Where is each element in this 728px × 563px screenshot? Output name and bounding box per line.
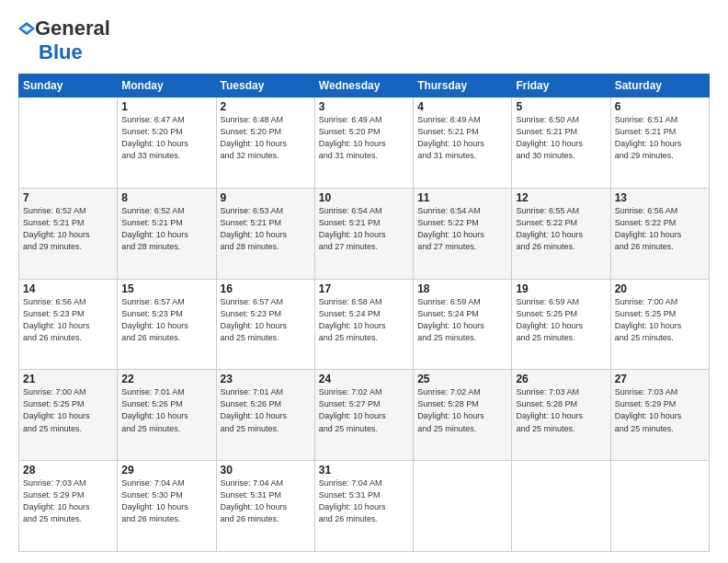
- day-detail: Sunrise: 6:57 AM Sunset: 5:23 PM Dayligh…: [121, 296, 211, 344]
- calendar-week-row: 14Sunrise: 6:56 AM Sunset: 5:23 PM Dayli…: [19, 279, 710, 370]
- calendar-cell: 6Sunrise: 6:51 AM Sunset: 5:21 PM Daylig…: [610, 98, 709, 189]
- day-detail: Sunrise: 7:04 AM Sunset: 5:31 PM Dayligh…: [319, 477, 409, 525]
- day-number: 13: [615, 191, 705, 204]
- calendar-cell: 2Sunrise: 6:48 AM Sunset: 5:20 PM Daylig…: [216, 98, 314, 189]
- day-number: 5: [516, 100, 606, 113]
- weekday-header-cell: Thursday: [414, 75, 512, 98]
- calendar-cell: 24Sunrise: 7:02 AM Sunset: 5:27 PM Dayli…: [314, 370, 413, 461]
- calendar-cell: 30Sunrise: 7:04 AM Sunset: 5:31 PM Dayli…: [216, 461, 314, 552]
- day-number: 27: [615, 373, 705, 385]
- weekday-header-row: SundayMondayTuesdayWednesdayThursdayFrid…: [19, 75, 710, 98]
- day-number: 4: [417, 100, 507, 113]
- logo-blue-text: Blue: [39, 40, 83, 64]
- day-number: 2: [221, 100, 311, 113]
- day-detail: Sunrise: 6:56 AM Sunset: 5:22 PM Dayligh…: [615, 205, 705, 253]
- calendar-cell: 13Sunrise: 6:56 AM Sunset: 5:22 PM Dayli…: [610, 188, 709, 279]
- day-number: 14: [23, 282, 113, 295]
- day-detail: Sunrise: 6:50 AM Sunset: 5:21 PM Dayligh…: [516, 114, 606, 162]
- page: General Blue SundayMondayTuesdayWednesda…: [0, 0, 728, 563]
- day-number: 1: [121, 100, 211, 113]
- day-detail: Sunrise: 6:56 AM Sunset: 5:23 PM Dayligh…: [23, 296, 113, 344]
- day-detail: Sunrise: 7:00 AM Sunset: 5:25 PM Dayligh…: [23, 386, 113, 434]
- calendar-cell: 8Sunrise: 6:52 AM Sunset: 5:21 PM Daylig…: [118, 188, 216, 279]
- day-detail: Sunrise: 6:59 AM Sunset: 5:25 PM Dayligh…: [516, 296, 606, 344]
- calendar-cell: 21Sunrise: 7:00 AM Sunset: 5:25 PM Dayli…: [19, 370, 118, 461]
- day-detail: Sunrise: 6:49 AM Sunset: 5:20 PM Dayligh…: [319, 114, 409, 162]
- calendar-cell: 10Sunrise: 6:54 AM Sunset: 5:21 PM Dayli…: [314, 188, 413, 279]
- weekday-header-cell: Saturday: [610, 75, 709, 98]
- day-number: 10: [319, 191, 409, 204]
- day-detail: Sunrise: 7:01 AM Sunset: 5:26 PM Dayligh…: [221, 386, 311, 434]
- weekday-header-cell: Tuesday: [216, 75, 314, 98]
- calendar-cell: [414, 461, 512, 552]
- calendar-cell: 14Sunrise: 6:56 AM Sunset: 5:23 PM Dayli…: [19, 279, 118, 370]
- header: General Blue: [18, 17, 710, 64]
- day-detail: Sunrise: 6:58 AM Sunset: 5:24 PM Dayligh…: [319, 296, 409, 344]
- calendar-body: 1Sunrise: 6:47 AM Sunset: 5:20 PM Daylig…: [19, 98, 710, 552]
- calendar-cell: 4Sunrise: 6:49 AM Sunset: 5:21 PM Daylig…: [414, 98, 512, 189]
- calendar-cell: 12Sunrise: 6:55 AM Sunset: 5:22 PM Dayli…: [512, 188, 610, 279]
- calendar-cell: [19, 98, 118, 189]
- day-number: 20: [615, 282, 705, 295]
- logo: General Blue: [18, 17, 110, 64]
- day-detail: Sunrise: 6:59 AM Sunset: 5:24 PM Dayligh…: [417, 296, 507, 344]
- day-number: 16: [221, 282, 311, 295]
- day-detail: Sunrise: 7:02 AM Sunset: 5:28 PM Dayligh…: [417, 386, 507, 434]
- day-detail: Sunrise: 6:54 AM Sunset: 5:22 PM Dayligh…: [417, 205, 507, 253]
- day-detail: Sunrise: 6:49 AM Sunset: 5:21 PM Dayligh…: [417, 114, 507, 162]
- day-detail: Sunrise: 7:04 AM Sunset: 5:30 PM Dayligh…: [121, 477, 211, 525]
- day-number: 3: [319, 100, 409, 113]
- calendar-week-row: 1Sunrise: 6:47 AM Sunset: 5:20 PM Daylig…: [19, 98, 710, 189]
- day-detail: Sunrise: 6:47 AM Sunset: 5:20 PM Dayligh…: [121, 114, 211, 162]
- calendar: SundayMondayTuesdayWednesdayThursdayFrid…: [18, 74, 710, 552]
- day-detail: Sunrise: 6:57 AM Sunset: 5:23 PM Dayligh…: [221, 296, 311, 344]
- day-number: 28: [23, 464, 113, 477]
- day-detail: Sunrise: 7:03 AM Sunset: 5:29 PM Dayligh…: [615, 386, 705, 434]
- calendar-cell: 28Sunrise: 7:03 AM Sunset: 5:29 PM Dayli…: [19, 461, 118, 552]
- day-number: 29: [121, 464, 211, 477]
- day-number: 23: [221, 373, 311, 385]
- day-number: 30: [221, 464, 311, 477]
- day-detail: Sunrise: 6:48 AM Sunset: 5:20 PM Dayligh…: [221, 114, 311, 162]
- calendar-cell: 27Sunrise: 7:03 AM Sunset: 5:29 PM Dayli…: [610, 370, 709, 461]
- day-detail: Sunrise: 6:52 AM Sunset: 5:21 PM Dayligh…: [23, 205, 113, 253]
- calendar-week-row: 7Sunrise: 6:52 AM Sunset: 5:21 PM Daylig…: [19, 188, 710, 279]
- calendar-cell: 16Sunrise: 6:57 AM Sunset: 5:23 PM Dayli…: [216, 279, 314, 370]
- calendar-cell: 18Sunrise: 6:59 AM Sunset: 5:24 PM Dayli…: [414, 279, 512, 370]
- day-number: 25: [417, 373, 507, 385]
- weekday-header-cell: Wednesday: [314, 75, 413, 98]
- weekday-header-cell: Monday: [118, 75, 216, 98]
- day-detail: Sunrise: 7:01 AM Sunset: 5:26 PM Dayligh…: [121, 386, 211, 434]
- day-detail: Sunrise: 6:52 AM Sunset: 5:21 PM Dayligh…: [121, 205, 211, 253]
- day-detail: Sunrise: 6:51 AM Sunset: 5:21 PM Dayligh…: [615, 114, 705, 162]
- calendar-cell: 22Sunrise: 7:01 AM Sunset: 5:26 PM Dayli…: [118, 370, 216, 461]
- day-number: 7: [23, 191, 113, 204]
- day-number: 19: [516, 282, 606, 295]
- calendar-week-row: 28Sunrise: 7:03 AM Sunset: 5:29 PM Dayli…: [19, 461, 710, 552]
- day-number: 18: [417, 282, 507, 295]
- calendar-cell: 29Sunrise: 7:04 AM Sunset: 5:30 PM Dayli…: [118, 461, 216, 552]
- day-number: 26: [516, 373, 606, 385]
- calendar-cell: 11Sunrise: 6:54 AM Sunset: 5:22 PM Dayli…: [414, 188, 512, 279]
- day-detail: Sunrise: 7:04 AM Sunset: 5:31 PM Dayligh…: [221, 477, 311, 525]
- day-number: 15: [121, 282, 211, 295]
- logo-icon: [18, 22, 35, 35]
- calendar-cell: 31Sunrise: 7:04 AM Sunset: 5:31 PM Dayli…: [314, 461, 413, 552]
- calendar-cell: 5Sunrise: 6:50 AM Sunset: 5:21 PM Daylig…: [512, 98, 610, 189]
- day-detail: Sunrise: 6:55 AM Sunset: 5:22 PM Dayligh…: [516, 205, 606, 253]
- calendar-cell: 7Sunrise: 6:52 AM Sunset: 5:21 PM Daylig…: [19, 188, 118, 279]
- day-detail: Sunrise: 7:03 AM Sunset: 5:29 PM Dayligh…: [23, 477, 113, 525]
- calendar-cell: 1Sunrise: 6:47 AM Sunset: 5:20 PM Daylig…: [118, 98, 216, 189]
- calendar-cell: 17Sunrise: 6:58 AM Sunset: 5:24 PM Dayli…: [314, 279, 413, 370]
- day-number: 9: [221, 191, 311, 204]
- day-number: 17: [319, 282, 409, 295]
- day-number: 12: [516, 191, 606, 204]
- calendar-cell: 20Sunrise: 7:00 AM Sunset: 5:25 PM Dayli…: [610, 279, 709, 370]
- calendar-cell: [512, 461, 610, 552]
- calendar-cell: 23Sunrise: 7:01 AM Sunset: 5:26 PM Dayli…: [216, 370, 314, 461]
- calendar-cell: 26Sunrise: 7:03 AM Sunset: 5:28 PM Dayli…: [512, 370, 610, 461]
- calendar-cell: [610, 461, 709, 552]
- day-number: 11: [417, 191, 507, 204]
- day-number: 6: [615, 100, 705, 113]
- day-detail: Sunrise: 6:54 AM Sunset: 5:21 PM Dayligh…: [319, 205, 409, 253]
